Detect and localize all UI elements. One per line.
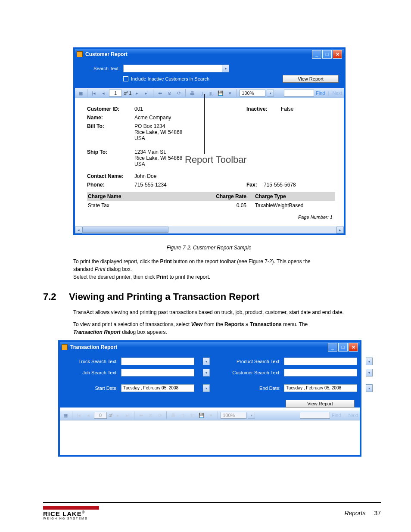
find-link: Find bbox=[332, 413, 341, 418]
minimize-button[interactable]: _ bbox=[312, 50, 321, 59]
app-icon bbox=[62, 344, 68, 350]
phone-label: Phone: bbox=[87, 182, 134, 188]
page-current-input: 0 bbox=[94, 412, 107, 419]
job-search-input[interactable] bbox=[121, 369, 194, 376]
customer-dropdown-button[interactable]: ▾ bbox=[366, 369, 373, 376]
back-icon: ⬅ bbox=[137, 411, 145, 419]
fax-value: 715-555-5678 bbox=[264, 182, 296, 188]
refresh-icon: ⟳ bbox=[156, 411, 164, 419]
search-text-input[interactable] bbox=[123, 65, 222, 72]
customer-search-input[interactable] bbox=[284, 369, 357, 376]
job-dropdown-button[interactable]: ▾ bbox=[203, 369, 210, 376]
horizontal-scrollbar[interactable]: ◂ ▸ bbox=[75, 226, 344, 233]
cell-charge-type: TaxableWeightBased bbox=[255, 202, 302, 208]
stop-icon[interactable]: ⊘ bbox=[165, 89, 173, 97]
export-icon[interactable]: 💾 bbox=[217, 89, 224, 97]
section-heading: 7.2 Viewing and Printing a Transaction R… bbox=[43, 291, 381, 302]
annotation-label: Report Toolbar bbox=[185, 154, 247, 165]
export-dropdown-icon[interactable]: ▾ bbox=[226, 89, 234, 97]
shipto-label: Ship To: bbox=[87, 149, 134, 167]
customer-report-window: Customer Report _ □ ✕ Search Text: ▾ Inc… bbox=[73, 47, 346, 235]
zoom-input: 100% bbox=[221, 412, 246, 419]
print-icon: 🖶 bbox=[169, 411, 177, 419]
figure-caption: Figure 7-2. Customer Report Sample bbox=[73, 244, 345, 252]
titlebar[interactable]: Transaction Report _ □ ✕ bbox=[60, 342, 360, 352]
page-setup-icon[interactable]: ▯▯ bbox=[207, 89, 215, 97]
start-date-dropdown-button[interactable]: ▾ bbox=[203, 384, 210, 392]
close-button[interactable]: ✕ bbox=[333, 50, 342, 59]
page-footer: RICE LAKE® WEIGHING SYSTEMS Reports 37 bbox=[43, 502, 381, 520]
customer-id-value: 001 bbox=[134, 106, 246, 112]
page-number-label: Page Number: 1 bbox=[87, 210, 335, 223]
footer-page-number: 37 bbox=[374, 510, 381, 516]
export-icon: 💾 bbox=[198, 411, 206, 419]
doc-map-icon[interactable]: ▦ bbox=[77, 89, 84, 97]
view-report-button[interactable]: View Report bbox=[283, 75, 339, 83]
window-title: Transaction Report bbox=[70, 344, 117, 350]
find-input[interactable] bbox=[284, 90, 314, 96]
billto-label: Bill To: bbox=[87, 123, 134, 141]
find-next-link[interactable]: Next bbox=[332, 90, 342, 96]
print-paragraph: To print the displayed report, click the… bbox=[73, 258, 345, 281]
next-page-icon[interactable]: ▸ bbox=[133, 89, 141, 97]
billto-line3: USA bbox=[134, 135, 246, 141]
last-page-icon: ▸| bbox=[124, 411, 131, 419]
report-content: Report Toolbar Customer ID: 001 Inactive… bbox=[75, 98, 344, 226]
prev-page-icon[interactable]: ◂ bbox=[100, 89, 107, 97]
last-page-icon[interactable]: ▸| bbox=[143, 89, 150, 97]
page-current-input[interactable]: 1 bbox=[109, 90, 122, 96]
app-icon bbox=[77, 51, 83, 57]
scroll-thumb[interactable] bbox=[82, 227, 168, 233]
product-search-input[interactable] bbox=[284, 358, 357, 365]
end-date-dropdown-button[interactable]: ▾ bbox=[366, 384, 373, 392]
export-dropdown-icon: ▾ bbox=[207, 411, 215, 419]
inactive-value: False bbox=[281, 106, 293, 112]
truck-search-input[interactable] bbox=[121, 358, 194, 365]
col-charge-type: Charge Type bbox=[255, 193, 315, 199]
zoom-dropdown-button[interactable]: ▾ bbox=[267, 90, 274, 96]
window-title: Customer Report bbox=[85, 51, 128, 57]
transaction-report-window: Transaction Report _ □ ✕ Truck Search Te… bbox=[58, 340, 361, 457]
end-date-input[interactable]: Tuesday , February 05, 2008 bbox=[284, 384, 357, 392]
maximize-button[interactable]: □ bbox=[338, 343, 348, 352]
contact-label: Contact Name: bbox=[87, 173, 134, 179]
zoom-dropdown-button: ▾ bbox=[248, 412, 255, 419]
billto-line2: Rice Lake, WI 54868 bbox=[134, 129, 246, 135]
print-icon[interactable]: 🖶 bbox=[188, 89, 196, 97]
refresh-icon[interactable]: ⟳ bbox=[175, 89, 183, 97]
find-input bbox=[300, 412, 330, 419]
view-report-button[interactable]: View Report bbox=[286, 400, 355, 408]
zoom-input[interactable]: 100% bbox=[240, 90, 265, 96]
first-page-icon[interactable]: |◂ bbox=[90, 89, 98, 97]
page-of-label: of bbox=[109, 413, 112, 418]
back-icon[interactable]: ⬅ bbox=[156, 89, 164, 97]
find-link[interactable]: Find bbox=[316, 90, 325, 96]
desc-paragraph-1: TransAct allows viewing and printing pas… bbox=[73, 308, 345, 316]
search-dropdown-button[interactable]: ▾ bbox=[222, 65, 229, 72]
minimize-button[interactable]: _ bbox=[328, 343, 337, 352]
job-search-label: Job Search Text: bbox=[65, 370, 121, 375]
cell-charge-rate: 0.05 bbox=[208, 202, 255, 208]
empty-report-area bbox=[60, 420, 360, 455]
doc-map-icon[interactable]: ▦ bbox=[62, 411, 69, 419]
scroll-left-icon[interactable]: ◂ bbox=[75, 227, 82, 233]
start-date-input[interactable]: Tuesday , February 05, 2008 bbox=[121, 384, 194, 392]
desc-paragraph-2: To view and print a selection of transac… bbox=[73, 320, 345, 336]
page-setup-icon: ▯▯ bbox=[188, 411, 196, 419]
close-button[interactable]: ✕ bbox=[349, 343, 358, 352]
truck-dropdown-button[interactable]: ▾ bbox=[203, 358, 210, 365]
customer-search-label: Customer Search Text: bbox=[228, 370, 284, 375]
scroll-right-icon[interactable]: ▸ bbox=[336, 227, 344, 233]
start-date-label: Start Date: bbox=[65, 386, 121, 391]
report-toolbar: ▦ |◂ ◂ 1 of 1 ▸ ▸| ⬅ ⊘ ⟳ 🖶 ▯ ▯▯ 💾 ▾ 100%… bbox=[75, 88, 344, 98]
titlebar[interactable]: Customer Report _ □ ✕ bbox=[75, 49, 344, 59]
contact-value: John Doe bbox=[134, 173, 246, 179]
billto-line1: PO Box 1234 bbox=[134, 123, 246, 129]
include-inactive-checkbox[interactable] bbox=[123, 76, 128, 81]
first-page-icon: |◂ bbox=[75, 411, 83, 419]
col-charge-name: Charge Name bbox=[87, 193, 208, 199]
maximize-button[interactable]: □ bbox=[322, 50, 332, 59]
annotation-line bbox=[204, 94, 205, 154]
phone-value: 715-555-1234 bbox=[134, 182, 246, 188]
product-dropdown-button[interactable]: ▾ bbox=[366, 358, 373, 365]
